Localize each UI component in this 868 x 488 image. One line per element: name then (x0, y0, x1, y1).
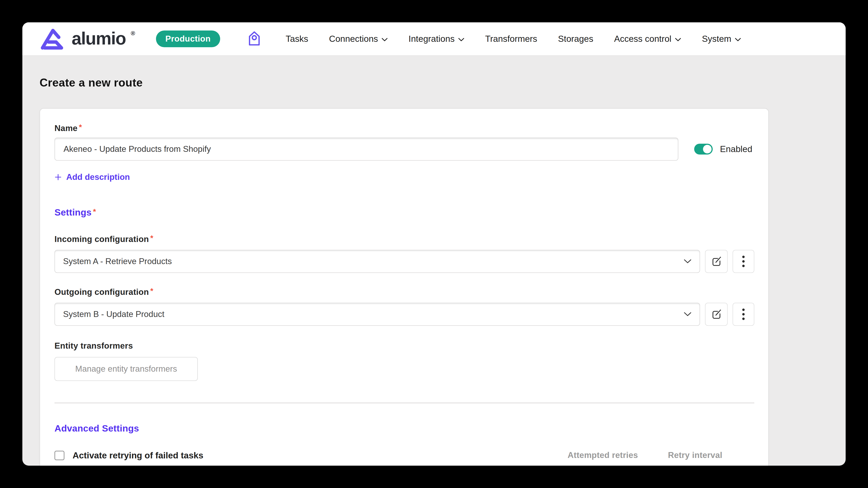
enabled-toggle-group: Enabled (694, 144, 752, 155)
nav-item-tasks[interactable]: Tasks (286, 34, 308, 44)
manage-entity-transformers-button[interactable]: Manage entity transformers (55, 357, 198, 381)
outgoing-configuration-value: System B - Update Product (63, 310, 164, 319)
alumio-logo[interactable]: alumio ® (39, 27, 135, 51)
nav-label: Storages (558, 34, 593, 44)
chevron-down-icon (684, 259, 691, 264)
registered-mark: ® (131, 30, 135, 37)
nav-item-connections[interactable]: Connections (329, 34, 388, 44)
outgoing-configuration-select[interactable]: System B - Update Product (55, 303, 700, 326)
edit-incoming-configuration-button[interactable] (705, 250, 727, 273)
advanced-settings-row: Activate retrying of failed tasks Note: … (55, 451, 754, 466)
incoming-configuration-more-button[interactable] (733, 250, 754, 273)
outgoing-configuration-row: System B - Update Product (55, 303, 754, 326)
settings-heading: Settings* (55, 207, 754, 218)
retry-checkbox-row: Activate retrying of failed tasks (55, 451, 567, 460)
top-navigation-bar: alumio ® Production Tasks Connections In… (22, 22, 846, 56)
route-form-card: Name* Enabled Add description (39, 108, 769, 466)
outgoing-label-row: Outgoing configuration* (55, 287, 754, 297)
attempted-retries-label: Attempted retries (567, 451, 653, 460)
add-description-label: Add description (66, 172, 130, 182)
retry-option-block: Activate retrying of failed tasks Note: … (55, 451, 567, 466)
nav-item-transformers[interactable]: Transformers (485, 34, 537, 44)
page-content: Create a new route Name* Enabled (22, 76, 846, 466)
settings-heading-text: Settings (55, 207, 92, 218)
nav-label: Tasks (286, 34, 308, 44)
chevron-down-icon (735, 38, 741, 41)
activate-retrying-label[interactable]: Activate retrying of failed tasks (72, 451, 204, 460)
main-nav: Tasks Connections Integrations Transform… (286, 34, 741, 44)
nav-label: Connections (329, 34, 378, 44)
enabled-toggle[interactable] (694, 144, 713, 155)
kebab-menu-icon (742, 308, 745, 320)
chevron-down-icon (458, 38, 464, 41)
app-window: alumio ® Production Tasks Connections In… (22, 22, 846, 466)
nav-label: System (702, 34, 731, 44)
toggle-knob (703, 145, 712, 153)
required-asterisk: * (150, 287, 153, 295)
home-icon (246, 29, 263, 48)
environment-badge[interactable]: Production (156, 31, 220, 47)
entity-transformers-label-row: Entity transformers (55, 341, 754, 351)
plus-icon (55, 173, 62, 181)
outgoing-configuration-more-button[interactable] (733, 303, 754, 326)
nav-item-system[interactable]: System (702, 34, 741, 44)
nav-item-integrations[interactable]: Integrations (408, 34, 464, 44)
chevron-down-icon (381, 38, 388, 41)
nav-item-access-control[interactable]: Access control (614, 34, 681, 44)
incoming-configuration-label: Incoming configuration (55, 234, 149, 244)
outgoing-configuration-label: Outgoing configuration (55, 287, 149, 297)
entity-transformers-label: Entity transformers (55, 341, 133, 350)
enabled-toggle-label: Enabled (720, 144, 752, 154)
retry-fields-block: Attempted retries Retry interval (567, 451, 754, 466)
chevron-down-icon (675, 38, 681, 41)
incoming-label-row: Incoming configuration* (55, 234, 754, 244)
edit-icon (711, 256, 722, 267)
nav-label: Access control (614, 34, 672, 44)
nav-label: Integrations (408, 34, 455, 44)
name-row: Enabled (55, 138, 754, 161)
name-label: Name (55, 124, 78, 133)
brand-wordmark: alumio (72, 27, 126, 50)
nav-item-storages[interactable]: Storages (558, 34, 593, 44)
name-field-label-row: Name* (55, 124, 754, 133)
incoming-configuration-row: System A - Retrieve Products (55, 250, 754, 273)
edit-outgoing-configuration-button[interactable] (705, 303, 727, 326)
nav-label: Transformers (485, 34, 537, 44)
retry-interval-group: Retry interval (668, 451, 754, 466)
page-title: Create a new route (39, 76, 846, 89)
retry-interval-label: Retry interval (668, 451, 754, 460)
chevron-down-icon (684, 312, 691, 317)
kebab-menu-icon (742, 255, 745, 267)
section-divider (55, 402, 754, 403)
edit-icon (711, 308, 722, 320)
alumio-logo-icon (39, 27, 67, 51)
home-button[interactable] (245, 29, 264, 48)
attempted-retries-group: Attempted retries (567, 451, 653, 466)
required-asterisk: * (79, 123, 82, 131)
incoming-configuration-select[interactable]: System A - Retrieve Products (55, 250, 700, 273)
add-description-button[interactable]: Add description (55, 172, 130, 182)
incoming-configuration-value: System A - Retrieve Products (63, 257, 172, 266)
required-asterisk: * (150, 234, 153, 242)
route-name-input[interactable] (55, 138, 678, 161)
required-asterisk: * (93, 207, 96, 216)
activate-retrying-checkbox[interactable] (55, 451, 64, 460)
advanced-settings-heading: Advanced Settings (55, 423, 754, 434)
